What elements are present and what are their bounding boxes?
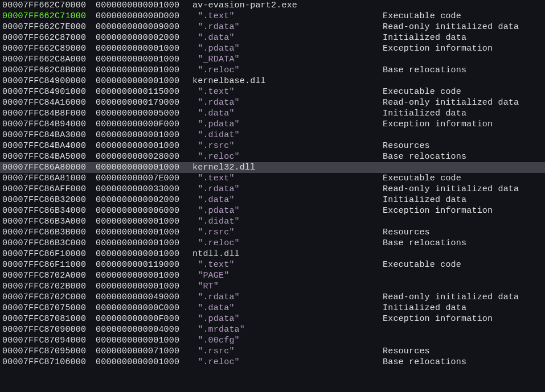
name-cell: "_RDATA" bbox=[192, 54, 383, 65]
name-cell: ".mrdata" bbox=[192, 324, 383, 335]
name-cell: ".rdata" bbox=[192, 292, 383, 303]
name-cell: ".00cfg" bbox=[192, 335, 383, 346]
name-cell: ".data" bbox=[192, 303, 383, 313]
size-cell: 0000000000001000 bbox=[96, 43, 192, 54]
info-cell: Resources bbox=[383, 141, 545, 151]
memory-map-row[interactable]: 00007FFC86F100000000000000001000ntdll.dl… bbox=[0, 249, 545, 259]
memory-map-row[interactable]: 00007FFC84BA30000000000000001000 ".didat… bbox=[0, 130, 545, 141]
address-cell: 00007FFC87095000 bbox=[0, 346, 96, 357]
section-name: ".didat" bbox=[198, 217, 240, 226]
memory-map-row[interactable]: 00007FFC87075000000000000000C000 ".data"… bbox=[0, 303, 545, 313]
section-name: ".pdata" bbox=[198, 314, 240, 324]
section-name: "PAGE" bbox=[198, 271, 229, 280]
info-cell bbox=[383, 270, 545, 281]
name-cell: ".text" bbox=[192, 11, 383, 22]
info-cell: Read-only initialized data bbox=[383, 97, 545, 108]
address-cell: 00007FF662C70000 bbox=[0, 0, 96, 11]
memory-map-row[interactable]: 00007FFC8702B0000000000000001000 "RT" bbox=[0, 281, 545, 292]
info-cell bbox=[383, 335, 545, 346]
name-cell: kernelbase.dll bbox=[192, 76, 383, 86]
name-cell: ".data" bbox=[192, 32, 383, 43]
memory-map-row[interactable]: 00007FFC84BA50000000000000028000 ".reloc… bbox=[0, 151, 545, 162]
address-cell: 00007FFC8702B000 bbox=[0, 281, 96, 292]
memory-map-row[interactable]: 00007FFC86B3C0000000000000001000 ".reloc… bbox=[0, 238, 545, 249]
memory-map-row[interactable]: 00007FFC86AFF0000000000000033000 ".rdata… bbox=[0, 184, 545, 195]
memory-map-row[interactable]: 00007FFC870940000000000000001000 ".00cfg… bbox=[0, 335, 545, 346]
address-cell: 00007FF662C8B000 bbox=[0, 65, 96, 76]
memory-map-row[interactable]: 00007FF662C700000000000000001000av-evasi… bbox=[0, 0, 545, 11]
size-cell: 0000000000001000 bbox=[96, 281, 192, 292]
info-cell: Read-only initialized data bbox=[383, 184, 545, 195]
address-cell: 00007FFC87094000 bbox=[0, 335, 96, 346]
memory-map-row[interactable]: 00007FFC849010000000000000115000 ".text"… bbox=[0, 86, 545, 97]
section-name: ".text" bbox=[198, 260, 234, 270]
name-cell: ".rsrc" bbox=[192, 227, 383, 238]
memory-map-row[interactable]: 00007FFC87081000000000000000F000 ".pdata… bbox=[0, 313, 545, 324]
section-name: ".rdata" bbox=[198, 184, 240, 194]
info-cell: Exception information bbox=[383, 43, 545, 54]
info-cell bbox=[383, 216, 545, 227]
memory-map-row[interactable]: 00007FFC84A160000000000000179000 ".rdata… bbox=[0, 97, 545, 108]
section-name: ".data" bbox=[198, 109, 234, 118]
address-cell: 00007FFC87075000 bbox=[0, 303, 96, 313]
memory-map-row[interactable]: 00007FFC84B8F0000000000000005000 ".data"… bbox=[0, 108, 545, 119]
size-cell: 0000000000001000 bbox=[96, 141, 192, 151]
section-name: ".data" bbox=[198, 303, 234, 313]
info-cell: Base relocations bbox=[383, 65, 545, 76]
address-cell: 00007FFC86F10000 bbox=[0, 249, 96, 259]
memory-map-row[interactable]: 00007FFC86B3B0000000000000001000 ".rsrc"… bbox=[0, 227, 545, 238]
name-cell: kernel32.dll bbox=[192, 162, 383, 173]
memory-map-row[interactable]: 00007FFC86B340000000000000006000 ".pdata… bbox=[0, 205, 545, 216]
name-cell: ntdll.dll bbox=[192, 249, 383, 259]
memory-map-row[interactable]: 00007FFC8702A0000000000000001000 "PAGE" bbox=[0, 270, 545, 281]
memory-map-row[interactable]: 00007FFC86F110000000000000119000 ".text"… bbox=[0, 259, 545, 270]
memory-map-row[interactable]: 00007FF662C7E0000000000000009000 ".rdata… bbox=[0, 22, 545, 32]
address-cell: 00007FFC84BA3000 bbox=[0, 130, 96, 141]
section-name: ".reloc" bbox=[198, 65, 240, 75]
address-cell: 00007FFC87106000 bbox=[0, 357, 96, 368]
info-cell: Executable code bbox=[383, 259, 545, 270]
size-cell: 0000000000001000 bbox=[96, 162, 192, 173]
size-cell: 0000000000071000 bbox=[96, 346, 192, 357]
memory-map-row[interactable]: 00007FFC870900000000000000004000 ".mrdat… bbox=[0, 324, 545, 335]
address-cell: 00007FF662C7E000 bbox=[0, 22, 96, 32]
address-cell: 00007FFC86B32000 bbox=[0, 195, 96, 205]
memory-map-row[interactable]: 00007FF662C71000000000000000D000 ".text"… bbox=[0, 11, 545, 22]
memory-map-row[interactable]: 00007FF662C8B0000000000000001000 ".reloc… bbox=[0, 65, 545, 76]
memory-map-row[interactable]: 00007FFC849000000000000000001000kernelba… bbox=[0, 76, 545, 86]
size-cell: 0000000000009000 bbox=[96, 22, 192, 32]
memory-map-row[interactable]: 00007FF662C890000000000000001000 ".pdata… bbox=[0, 43, 545, 54]
name-cell: ".pdata" bbox=[192, 119, 383, 130]
info-cell: Executable code bbox=[383, 86, 545, 97]
memory-map-row[interactable]: 00007FFC870950000000000000071000 ".rsrc"… bbox=[0, 346, 545, 357]
memory-map-table[interactable]: 00007FF662C700000000000000001000av-evasi… bbox=[0, 0, 545, 368]
name-cell: ".text" bbox=[192, 173, 383, 184]
memory-map-row[interactable]: 00007FF662C870000000000000002000 ".data"… bbox=[0, 32, 545, 43]
memory-map-row[interactable]: 00007FFC86A800000000000000001000kernel32… bbox=[0, 162, 545, 173]
memory-map-row[interactable]: 00007FFC8702C0000000000000049000 ".rdata… bbox=[0, 292, 545, 303]
section-name: ".rdata" bbox=[198, 292, 240, 302]
memory-map-row[interactable]: 00007FFC86B3A0000000000000001000 ".didat… bbox=[0, 216, 545, 227]
address-cell: 00007FFC86B34000 bbox=[0, 205, 96, 216]
section-name: ".rdata" bbox=[198, 22, 240, 32]
name-cell: ".rsrc" bbox=[192, 141, 383, 151]
name-cell: ".rdata" bbox=[192, 22, 383, 32]
memory-map-row[interactable]: 00007FFC86A81000000000000007E000 ".text"… bbox=[0, 173, 545, 184]
memory-map-row[interactable]: 00007FFC84B94000000000000000F000 ".pdata… bbox=[0, 119, 545, 130]
memory-map-row[interactable]: 00007FF662C8A0000000000000001000 "_RDATA… bbox=[0, 54, 545, 65]
name-cell: ".didat" bbox=[192, 130, 383, 141]
size-cell: 0000000000002000 bbox=[96, 32, 192, 43]
name-cell: ".text" bbox=[192, 86, 383, 97]
address-cell: 00007FFC86B3B000 bbox=[0, 227, 96, 238]
address-cell: 00007FFC86B3C000 bbox=[0, 238, 96, 249]
memory-map-row[interactable]: 00007FFC871060000000000000001000 ".reloc… bbox=[0, 357, 545, 368]
size-cell: 000000000000D000 bbox=[96, 11, 192, 22]
address-cell: 00007FFC87081000 bbox=[0, 313, 96, 324]
info-cell bbox=[383, 162, 545, 173]
info-cell bbox=[383, 76, 545, 86]
memory-map-row[interactable]: 00007FFC86B320000000000000002000 ".data"… bbox=[0, 195, 545, 205]
name-cell: ".reloc" bbox=[192, 357, 383, 368]
name-cell: av-evasion-part2.exe bbox=[192, 0, 383, 11]
memory-map-row[interactable]: 00007FFC84BA40000000000000001000 ".rsrc"… bbox=[0, 141, 545, 151]
address-cell: 00007FF662C8A000 bbox=[0, 54, 96, 65]
